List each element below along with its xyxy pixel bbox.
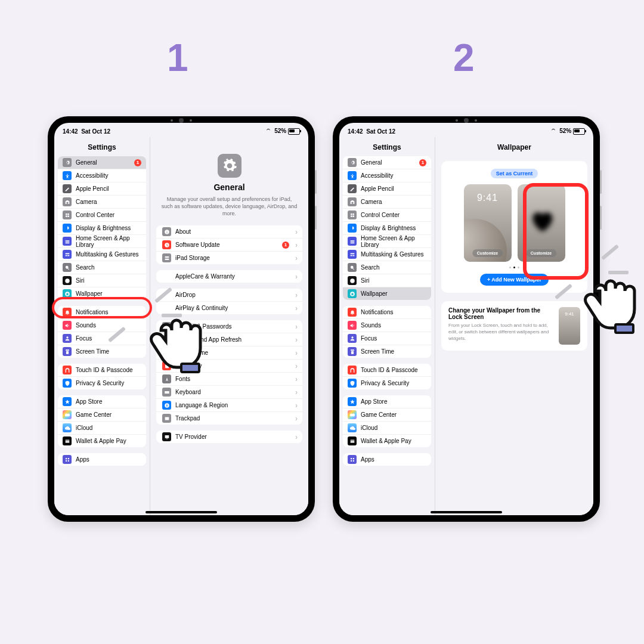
detail-title: Wallpaper [435,137,593,156]
sidebar-item-siri[interactable]: Siri [58,274,146,287]
sidebar-item-focus[interactable]: Focus [343,332,431,345]
sidebar-item-label: iCloud [76,425,92,431]
detail-item-label: iPad Storage [175,255,210,261]
sidebar-item-apple-pencil[interactable]: Apple Pencil [343,182,431,196]
detail-item-applecare-warranty[interactable]: AppleCare & Warranty› [156,270,302,283]
camera-notch [439,118,493,123]
home-icon [63,237,72,246]
sidebar-item-notifications[interactable]: Notifications [343,306,431,319]
detail-item-tv-provider[interactable]: TV Provider› [156,431,302,443]
lock-preview[interactable]: 9:41 Customize [464,184,512,262]
sidebar-item-home-screen-app-library[interactable]: Home Screen & App Library [58,235,146,248]
home-bar[interactable] [431,511,502,513]
sidebar-item-accessibility[interactable]: Accessibility [343,169,431,182]
wifi-icon [265,128,272,133]
pencil-icon [63,184,72,193]
detail-item-language-region[interactable]: Language & Region› [156,399,302,412]
sidebar-item-siri[interactable]: Siri [343,274,431,287]
kb-icon [162,388,171,397]
home-icon [348,237,357,246]
sidebar-item-label: Camera [361,199,382,205]
sidebar-item-search[interactable]: Search [343,261,431,274]
detail-item-ipad-storage[interactable]: iPad Storage› [156,252,302,264]
touch-icon [63,366,72,374]
svg-rect-0 [181,364,199,372]
tp-icon [162,414,171,423]
notif-icon [348,308,357,317]
sidebar-item-privacy-security[interactable]: Privacy & Security [58,377,146,389]
chevron-right-icon: › [295,304,298,312]
camera-icon [63,197,72,206]
detail-item-airdrop[interactable]: >AirDrop› [156,289,302,302]
sidebar-item-sounds[interactable]: Sounds [343,319,431,332]
sidebar-item-wallpaper[interactable]: Wallpaper [343,287,431,300]
chevron-right-icon: › [295,336,298,344]
sidebar-item-touch-id-passcode[interactable]: Touch ID & Passcode [343,364,431,377]
customize-button[interactable]: Customize [472,249,503,257]
sidebar-item-apple-pencil[interactable]: Apple Pencil [58,182,146,196]
sidebar-item-camera[interactable]: Camera [343,196,431,209]
ipad-2: 14:42 Sat Oct 12 52% Settings General1Ac… [333,116,600,522]
detail-item-label: Keyboard [175,389,201,395]
sidebar-item-apps[interactable]: Apps [58,453,146,466]
sidebar-item-search[interactable]: Search [58,261,146,274]
pencil-icon [348,184,357,193]
sidebar-item-display-brightness[interactable]: Display & Brightness [58,222,146,235]
sidebar-item-label: Sounds [76,322,96,329]
detail-item-keyboard[interactable]: Keyboard› [156,386,302,399]
stor-icon [162,253,171,262]
detail-item-label: AppleCare & Warranty [175,273,235,280]
detail-item-label: About [175,228,191,235]
detail-item-software-update[interactable]: Software Update1› [156,239,302,252]
sidebar-item-label: General [361,159,382,166]
sidebar-item-control-center[interactable]: Control Center [343,209,431,222]
sidebar-item-home-screen-app-library[interactable]: Home Screen & App Library [343,235,431,248]
set-current-button[interactable]: Set as Current [491,169,538,178]
detail-item-label: Language & Region [175,402,228,408]
gear-icon [63,158,72,167]
svg-rect-1 [615,324,633,333]
sidebar-title: Settings [339,137,435,156]
chevron-right-icon: › [295,241,298,249]
sidebar-item-screen-time[interactable]: Screen Time [343,345,431,358]
sidebar-item-game-center[interactable]: Game Center [343,408,431,422]
camera-icon [348,197,357,206]
sidebar-item-label: Accessibility [76,172,108,179]
sidebar-item-multitasking-gestures[interactable]: Multitasking & Gestures [343,248,431,261]
sidebar-item-general[interactable]: General1 [343,156,431,169]
sidebar-item-label: Game Center [361,411,397,418]
sidebar-item-app-store[interactable]: App Store [58,395,146,408]
sidebar-item-app-store[interactable]: App Store [343,395,431,408]
sidebar-item-label: Apple Pencil [361,185,394,192]
sidebar-item-game-center[interactable]: Game Center [58,408,146,422]
detail-item-trackpad[interactable]: Trackpad› [156,412,302,425]
sidebar-item-wallet-apple-pay[interactable]: Wallet & Apple Pay [58,435,146,447]
detail-item-about[interactable]: About› [156,225,302,239]
sidebar-item-apps[interactable]: Apps [343,453,431,466]
home-bar[interactable] [145,511,217,513]
sidebar-item-control-center[interactable]: Control Center [58,209,146,222]
about-icon [162,227,171,236]
sidebar-item-icloud[interactable]: iCloud [58,422,146,435]
sidebar-item-privacy-security[interactable]: Privacy & Security [343,377,431,389]
sidebar-item-label: Control Center [361,212,400,218]
detail-item-label: Trackpad [175,415,200,422]
sidebar-item-display-brightness[interactable]: Display & Brightness [343,222,431,235]
sidebar-item-icloud[interactable]: iCloud [343,422,431,435]
sidebar-item-accessibility[interactable]: Accessibility [58,169,146,182]
cloud-icon [63,423,72,432]
font-icon [162,374,171,383]
chevron-right-icon: › [295,388,298,397]
sidebar-item-label: Privacy & Security [361,380,409,386]
sidebar-item-camera[interactable]: Camera [58,196,146,209]
focus-icon [63,334,72,343]
sidebar-item-wallet-apple-pay[interactable]: Wallet & Apple Pay [343,435,431,447]
step-label-2: 2 [453,36,475,80]
sidebar-item-multitasking-gestures[interactable]: Multitasking & Gestures [58,248,146,261]
sidebar-item-touch-id-passcode[interactable]: Touch ID & Passcode [58,364,146,377]
chevron-right-icon: › [295,375,298,383]
sidebar-item-label: App Store [76,398,102,405]
sidebar-item-label: Siri [76,277,84,284]
sidebar-item-screen-time[interactable]: Screen Time [58,345,146,358]
sidebar-item-general[interactable]: General1 [58,156,146,169]
